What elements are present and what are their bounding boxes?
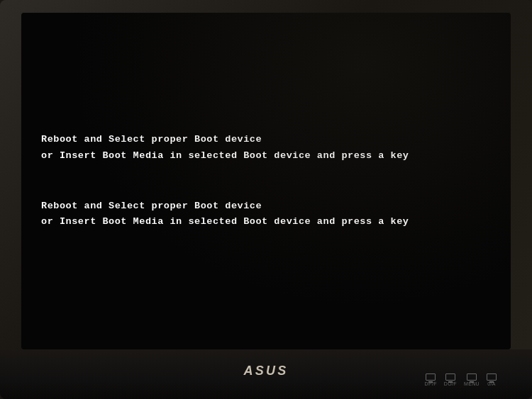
screen-content: Reboot and Select proper Boot device or … [21, 133, 409, 230]
osd-icon-3 [467, 373, 477, 381]
brand-name: ASUS [244, 364, 289, 378]
boot-line-1-1: Reboot and Select proper Boot device [41, 133, 409, 147]
monitor-screen: Reboot and Select proper Boot device or … [21, 13, 511, 349]
boot-line-2-1: Reboot and Select proper Boot device [41, 199, 409, 214]
photo-frame: Reboot and Select proper Boot device or … [0, 0, 532, 399]
osd-icon-2 [445, 373, 455, 381]
boot-line-2-2: or Insert Boot Media in selected Boot de… [41, 215, 409, 230]
brand-logo: ASUS [244, 364, 289, 378]
osd-controls: DP/F DO/F MENU 0/A [425, 373, 497, 386]
boot-line-1-2: or Insert Boot Media in selected Boot de… [41, 149, 409, 164]
osd-item-2: DO/F [444, 373, 457, 386]
boot-message-1: Reboot and Select proper Boot device or … [41, 133, 409, 164]
osd-item-3: MENU [464, 373, 480, 386]
monitor-bottom-bezel: ASUS DP/F DO/F MENU 0/A [0, 349, 532, 399]
osd-item-4: 0/A [487, 373, 497, 386]
boot-message-2: Reboot and Select proper Boot device or … [41, 199, 409, 230]
monitor-outer: Reboot and Select proper Boot device or … [0, 0, 532, 399]
osd-icon-1 [426, 373, 436, 381]
osd-item-1: DP/F [425, 373, 437, 386]
osd-icon-4 [487, 373, 497, 381]
